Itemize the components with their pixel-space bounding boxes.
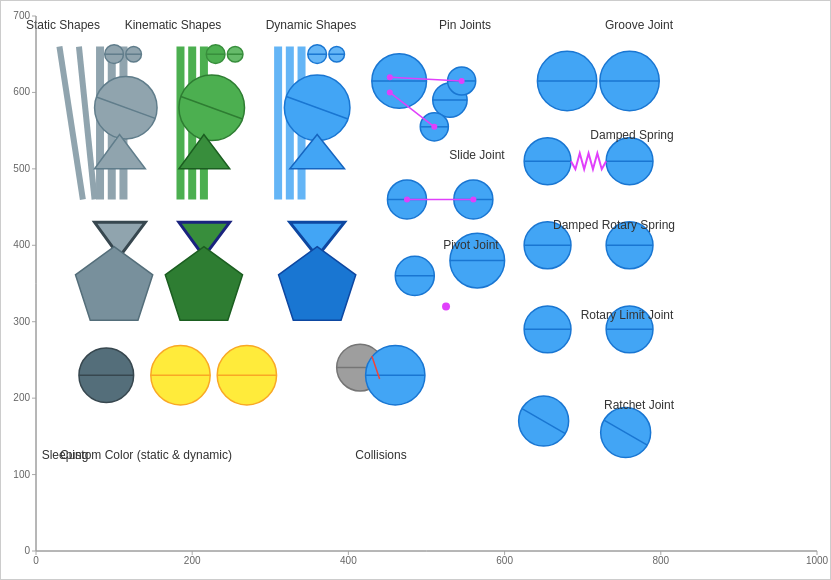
chart-container xyxy=(0,0,831,580)
